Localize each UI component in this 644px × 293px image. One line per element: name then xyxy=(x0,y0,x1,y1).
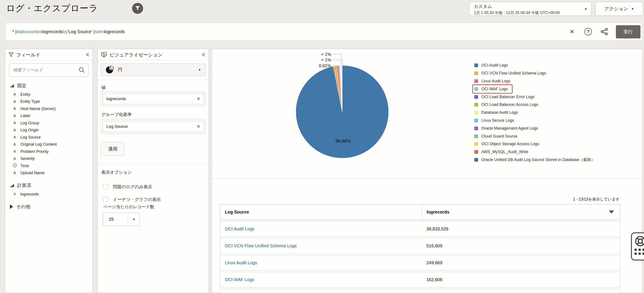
callout-leader-line xyxy=(332,60,342,66)
field-item[interactable]: ALog Group xyxy=(10,119,90,127)
legend-item[interactable]: Oracle Management Agent Logs xyxy=(474,124,538,132)
field-item[interactable]: AUpload Name xyxy=(10,170,90,177)
table-row[interactable]: Linux Audit Logs249,669 xyxy=(220,255,620,271)
legend-item[interactable]: Cloud Guard Sourse xyxy=(474,132,518,140)
field-item[interactable]: ASeverity xyxy=(10,155,90,163)
legend-item[interactable]: OCI WAF Logs xyxy=(474,85,508,93)
field-section-header[interactable]: 計算済 xyxy=(10,182,90,189)
field-item-label: Upload Name xyxy=(20,171,44,175)
help-widget-button[interactable] xyxy=(631,232,644,261)
text-field-icon: A xyxy=(12,128,17,132)
text-field-icon: A xyxy=(12,121,17,125)
share-button[interactable] xyxy=(600,23,609,40)
text-field-icon: A xyxy=(12,171,17,175)
field-item[interactable]: ALog Source xyxy=(10,134,90,141)
field-item[interactable]: #logrecords xyxy=(10,191,90,198)
field-item[interactable]: AOriginal Log Content xyxy=(10,141,90,148)
group-by-field-box[interactable]: Log Source ✕ xyxy=(101,119,206,134)
time-range-value: 1月 1 05:34 午後 - 12月 25 06:34 午後 UTC+09:0… xyxy=(474,10,580,15)
chart-type-value: 円 xyxy=(118,67,122,73)
field-section-header[interactable]: その他 xyxy=(10,203,90,210)
checkbox-icon[interactable] xyxy=(103,197,108,202)
query-input[interactable]: * | stats count as logrecords by 'Log So… xyxy=(12,23,125,40)
field-item-label: Entity xyxy=(20,92,30,97)
field-item[interactable]: AEntity Type xyxy=(10,98,90,105)
checkbox-label: 問題のログのみ表示 xyxy=(113,184,152,190)
search-icon xyxy=(78,67,85,73)
query-token: * | xyxy=(12,29,16,34)
field-item[interactable]: AEntity xyxy=(10,91,90,98)
legend-item[interactable]: OCI Load Balancer Error Logs xyxy=(474,93,534,101)
visualization-panel: ビジュアライゼーション < 円 ▼ 値 logrecords ✕ グループ化基準… xyxy=(97,49,209,293)
log-source-link[interactable]: OCI VCN Flow Unified Schema Logs xyxy=(220,238,422,254)
field-item-label: Severity xyxy=(20,156,35,161)
help-button[interactable]: ? xyxy=(583,23,593,40)
remove-group-by-field-button[interactable]: ✕ xyxy=(196,124,200,129)
run-button[interactable]: 実行 xyxy=(616,25,640,38)
checkbox-icon[interactable] xyxy=(103,184,108,189)
field-item[interactable]: ALog Origin xyxy=(10,127,90,134)
log-source-link[interactable]: Linux Audit Logs xyxy=(220,255,422,270)
legend-item[interactable]: Database Audit Logs xyxy=(474,109,518,117)
legend-item[interactable]: Linux Secure Logs xyxy=(474,117,514,125)
legend-item[interactable]: Oracle Unified DB Audit Log Source Store… xyxy=(474,156,595,164)
legend-label: Linux Secure Logs xyxy=(481,118,514,123)
field-item[interactable]: ALabel xyxy=(10,112,90,120)
chevron-down-icon: ▼ xyxy=(631,7,634,10)
legend-label: OCI VCN Flow Unified Schema Logs xyxy=(481,71,546,75)
legend-label: OCI Object Storage Access Logs xyxy=(481,142,539,146)
query-token: count xyxy=(26,29,37,34)
legend-item[interactable]: OCI VCN Flow Unified Schema Logs xyxy=(474,69,546,77)
apply-button[interactable]: 適用 xyxy=(101,142,124,156)
legend-label: Database Audit Logs xyxy=(481,110,518,115)
legend-label: OCI Load Balancer Access Logs xyxy=(481,102,538,107)
field-item[interactable]: AHost Name (Server) xyxy=(10,105,90,112)
legend-swatch xyxy=(474,79,478,83)
field-search-input[interactable] xyxy=(9,63,88,77)
collapse-panel-button[interactable]: < xyxy=(202,51,205,59)
legend-item[interactable]: OCI Load Balancer Access Logs xyxy=(474,101,538,109)
expanded-triangle-icon xyxy=(10,184,14,187)
value-field-box[interactable]: logrecords ✕ xyxy=(101,92,206,106)
legend-swatch xyxy=(474,103,478,106)
legend-label: Cloud Guard Sourse xyxy=(481,134,518,139)
filter-badge[interactable] xyxy=(132,3,143,14)
table-row[interactable]: OCI VCN Flow Unified Schema Logs516,609 xyxy=(220,238,620,254)
time-range-preset: カスタム xyxy=(474,3,580,9)
query-bar[interactable]: * | stats count as logrecords by 'Log So… xyxy=(6,23,642,41)
column-header-logrecords[interactable]: logrecords xyxy=(422,205,620,220)
log-source-link[interactable]: OCI Audit Logs xyxy=(220,221,422,237)
chart-monitor-icon xyxy=(101,52,107,57)
sort-descending-icon[interactable] xyxy=(609,210,614,214)
actions-button[interactable]: アクション ▼ xyxy=(596,2,643,16)
log-source-link[interactable]: OCI WAF Logs xyxy=(220,272,422,287)
column-header-log-source[interactable]: Log Source xyxy=(220,205,422,220)
field-item[interactable]: Time xyxy=(10,162,90,170)
collapse-panel-button[interactable]: < xyxy=(86,51,89,59)
clear-query-button[interactable]: ✕ xyxy=(567,23,577,40)
pie-chart-area: < 1%< 1%0.61%96.88% OCI Audit LogsOCI VC… xyxy=(212,49,642,179)
records-per-page-select[interactable]: 25 ▼ xyxy=(103,213,140,226)
field-item[interactable]: AProblem Priority xyxy=(10,148,90,155)
table-row[interactable]: OCI Audit Logs39,833,526 xyxy=(220,221,620,237)
legend-label: AWS_MySQL_Audit_Write xyxy=(481,150,528,154)
value-label: 値 xyxy=(101,85,106,90)
field-section-header[interactable]: 固定 xyxy=(10,82,90,89)
pie-slice-label: 96.88% xyxy=(336,138,351,143)
field-item-label: Time xyxy=(20,164,29,168)
time-range-selector[interactable]: カスタム 1月 1 05:34 午後 - 12月 25 06:34 午後 UTC… xyxy=(469,2,592,16)
legend-item[interactable]: AWS_MySQL_Audit_Write xyxy=(474,148,528,156)
chart-type-select[interactable]: 円 ▼ xyxy=(101,63,206,76)
legend-item[interactable]: OCI Object Storage Access Logs xyxy=(474,140,539,148)
logrecords-value: 39,833,526 xyxy=(422,221,620,237)
remove-value-field-button[interactable]: ✕ xyxy=(196,96,200,101)
text-field-icon: A xyxy=(12,99,17,104)
legend-swatch xyxy=(474,87,478,91)
display-option-checkbox[interactable]: 問題のログのみ表示 xyxy=(103,180,206,193)
legend-item[interactable]: Linux Audit Logs xyxy=(474,77,510,85)
field-item-label: Log Origin xyxy=(20,128,39,132)
field-section-label: その他 xyxy=(16,204,30,210)
table-row[interactable]: OCI WAF Logs162,608 xyxy=(220,272,620,288)
legend-item[interactable]: OCI Audit Logs xyxy=(474,61,508,69)
legend-label: OCI WAF Logs xyxy=(481,87,508,91)
